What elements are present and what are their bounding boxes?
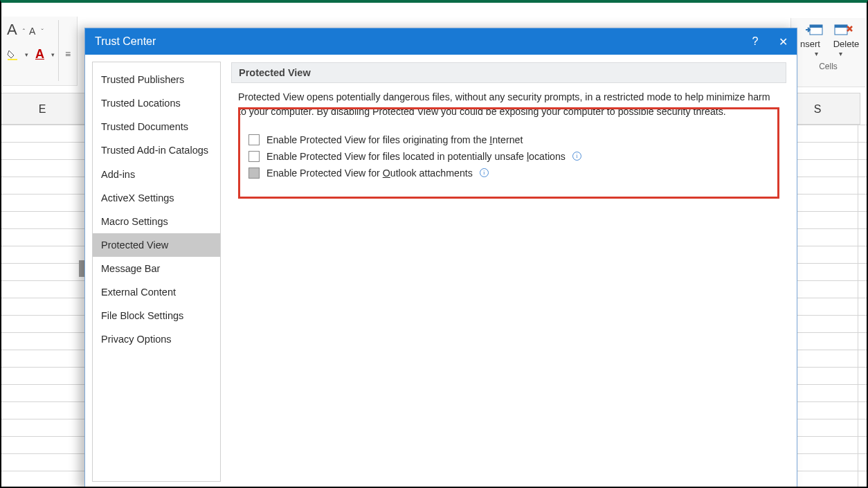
delete-button-label[interactable]: Delete	[831, 39, 862, 49]
nav-activex-settings[interactable]: ActiveX Settings	[93, 186, 220, 210]
font-color-button[interactable]: A	[35, 47, 44, 62]
option-outlook-attachments[interactable]: Enable Protected View for Outlook attach…	[248, 168, 769, 179]
chevron-up-icon: ˆ	[23, 28, 25, 36]
insert-cells-icon[interactable]	[804, 22, 824, 37]
ribbon-cells-group-partial: nsert Delete ▾ ▾ Cells	[790, 18, 865, 87]
nav-message-bar[interactable]: Message Bar	[93, 257, 220, 280]
increase-font-size-button[interactable]: A	[7, 21, 17, 39]
nav-external-content[interactable]: External Content	[93, 280, 220, 304]
chevron-down-icon[interactable]: ▾	[51, 51, 55, 58]
decrease-font-size-button[interactable]: A	[29, 26, 35, 37]
chevron-down-icon[interactable]: ▾	[25, 51, 28, 58]
nav-trusted-publishers[interactable]: Trusted Publishers	[93, 68, 220, 91]
delete-cells-icon[interactable]	[833, 22, 853, 37]
info-icon[interactable]: i	[572, 152, 581, 161]
trust-center-dialog: Trust Center ? ✕ Trusted Publishers Trus…	[84, 28, 797, 488]
insert-dropdown[interactable]: ▾	[815, 50, 818, 57]
dialog-titlebar[interactable]: Trust Center ? ✕	[85, 28, 797, 55]
chevron-down-icon: ˇ	[41, 28, 43, 36]
nav-file-block-settings[interactable]: File Block Settings	[93, 304, 220, 327]
insert-button-label[interactable]: nsert	[795, 39, 826, 49]
nav-macro-settings[interactable]: Macro Settings	[93, 210, 220, 233]
svg-rect-0	[8, 59, 17, 60]
column-header-e[interactable]: E	[0, 93, 85, 125]
option-label: Enable Protected View for files originat…	[266, 134, 523, 145]
nav-protected-view[interactable]: Protected View	[93, 233, 220, 257]
highlight-box: Enable Protected View for files originat…	[238, 107, 779, 199]
checkbox-unsafe-locations[interactable]	[248, 151, 260, 162]
nav-trusted-documents[interactable]: Trusted Documents	[93, 115, 220, 138]
option-internet-files[interactable]: Enable Protected View for files originat…	[248, 134, 769, 145]
row-selection-marker	[79, 260, 84, 277]
fill-color-button[interactable]	[7, 49, 18, 60]
trust-center-nav: Trusted Publishers Trusted Locations Tru…	[92, 62, 221, 482]
ribbon-group-label: Cells	[819, 62, 838, 71]
align-left-button[interactable]: ≡	[65, 48, 71, 60]
svg-rect-2	[810, 25, 822, 28]
help-button[interactable]: ?	[741, 28, 769, 55]
delete-dropdown[interactable]: ▾	[839, 50, 842, 57]
section-heading: Protected View	[231, 62, 786, 83]
nav-trusted-locations[interactable]: Trusted Locations	[93, 91, 220, 115]
nav-trusted-addin-catalogs[interactable]: Trusted Add-in Catalogs	[93, 138, 220, 162]
nav-addins[interactable]: Add-ins	[93, 163, 220, 186]
option-unsafe-locations[interactable]: Enable Protected View for files located …	[248, 151, 769, 162]
close-button[interactable]: ✕	[769, 28, 797, 55]
info-icon[interactable]: i	[480, 168, 489, 177]
option-label: Enable Protected View for Outlook attach…	[266, 168, 473, 179]
nav-privacy-options[interactable]: Privacy Options	[93, 327, 220, 351]
checkbox-internet-files[interactable]	[248, 134, 260, 145]
ribbon-separator	[58, 20, 59, 81]
svg-rect-4	[835, 25, 847, 28]
dialog-title: Trust Center	[95, 35, 156, 48]
checkbox-outlook-attachments[interactable]	[248, 168, 260, 179]
option-label: Enable Protected View for files located …	[266, 151, 566, 162]
trust-center-content: Protected View Protected View opens pote…	[228, 62, 790, 482]
